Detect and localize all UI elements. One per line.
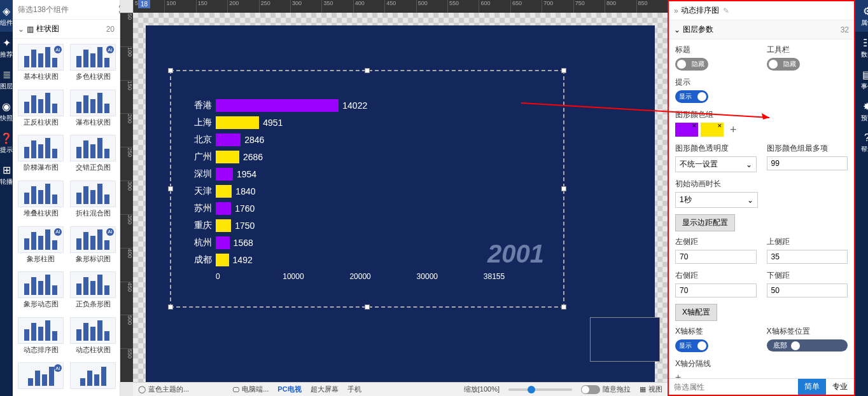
chevron-down-icon: ⌄ (747, 196, 753, 205)
selection-frame[interactable]: 香港14022上海4951北京2846广州2686深圳1954天津1840苏州1… (170, 70, 564, 308)
ruler-vertical: 50100150200250300350400450500550 (120, 13, 133, 382)
device-desktop[interactable]: 🖵电脑端... (232, 385, 269, 394)
component-item[interactable] (67, 360, 118, 393)
chart-bar-row: 天津1840 (184, 182, 550, 200)
component-search: ⛶ (13, 0, 120, 20)
component-item[interactable]: 阶梯瀑布图 (15, 132, 66, 177)
slider-thumb[interactable] (528, 386, 535, 393)
color-swatch-1[interactable]: ✕ (675, 123, 698, 137)
left-nav: ◈组件 ✦推荐 ≣图层 ◉快照 ❓提示 ⊞轮播 (0, 0, 13, 396)
xlabel-pos-toggle[interactable]: 底部 (767, 339, 848, 352)
resize-handle-ml[interactable] (168, 186, 173, 191)
minimap[interactable] (590, 317, 660, 362)
properties-footer: 简单 专业 (669, 378, 854, 395)
chart-category-label: 香港 (184, 100, 216, 111)
chart-bar (216, 151, 239, 163)
component-item[interactable]: AI (15, 360, 66, 393)
nav-alert[interactable]: ✸预警 (855, 95, 868, 127)
component-item[interactable]: 动态排序图 (15, 315, 66, 359)
component-item[interactable]: 动态柱状图 (67, 315, 118, 359)
resize-handle-bm[interactable] (365, 304, 370, 310)
add-split-button[interactable]: + (675, 372, 848, 378)
component-item[interactable]: 瀑布柱状图 (67, 87, 118, 132)
xaxis-config-button[interactable]: X轴配置 (675, 304, 717, 321)
nav-snapshot[interactable]: ◉快照 (0, 95, 13, 127)
theme-button[interactable]: ◯蓝色主题的... (138, 385, 189, 394)
maxitems-input[interactable] (767, 156, 848, 170)
resize-handle-tr[interactable] (561, 68, 566, 73)
resize-handle-bl[interactable] (168, 304, 173, 310)
section-header[interactable]: ⌄ 图层参数 32 (669, 20, 854, 39)
xlabel-toggle[interactable]: 显示 (675, 339, 708, 352)
chart-value-label: 1568 (234, 238, 253, 248)
component-item[interactable]: 象形动态图 (15, 269, 66, 313)
event-icon: ▤ (862, 69, 868, 81)
component-label: 基本柱状图 (24, 72, 59, 81)
chart-value-label: 14022 (342, 100, 367, 111)
component-item[interactable]: 交错正负图 (67, 132, 118, 177)
add-swatch-button[interactable]: + (726, 123, 741, 137)
left-margin-input[interactable] (675, 250, 757, 264)
bottom-margin-input[interactable] (767, 283, 848, 297)
pro-tab[interactable]: 专业 (826, 379, 854, 395)
collapse-right-icon[interactable]: » (674, 6, 678, 15)
toolbar-toggle[interactable]: 隐藏 (767, 58, 800, 71)
margin-config-button[interactable]: 显示边距配置 (675, 214, 735, 231)
resize-handle-br[interactable] (561, 304, 566, 310)
component-item[interactable]: 正负条形图 (67, 269, 118, 313)
component-item[interactable]: AI象形标识图 (67, 224, 118, 268)
opacity-select[interactable]: 不统一设置⌄ (675, 156, 757, 172)
chart-bar (216, 254, 229, 266)
chart-value-label: 2686 (243, 152, 263, 162)
zoom-slider[interactable] (508, 388, 572, 391)
top-margin-input[interactable] (767, 250, 848, 264)
component-item[interactable]: 堆叠柱状图 (15, 178, 66, 222)
chart-bar-row: 深圳1954 (184, 165, 550, 182)
nav-recommend[interactable]: ✦推荐 (0, 32, 13, 64)
device-pctv[interactable]: PC电视 (277, 385, 301, 394)
chart-value-label: 1840 (235, 186, 255, 196)
nav-tip[interactable]: ❓提示 (0, 127, 13, 159)
edit-icon[interactable]: ✎ (723, 6, 729, 15)
random-drag-toggle[interactable]: 随意拖拉 (581, 385, 631, 394)
component-item[interactable]: 折柱混合图 (67, 178, 118, 222)
nav-data[interactable]: ☷数据 (855, 32, 868, 64)
chart-bar (216, 116, 259, 129)
device-mobile[interactable]: 手机 (347, 385, 361, 394)
title-toggle[interactable]: 隐藏 (675, 58, 708, 71)
nav-components[interactable]: ◈组件 (0, 0, 13, 32)
canvas-page[interactable]: 香港14022上海4951北京2846广州2686深圳1954天津1840苏州1… (146, 25, 655, 382)
resize-handle-tl[interactable] (168, 68, 173, 73)
component-label: 象形柱图 (27, 254, 55, 264)
view-button[interactable]: ▦视图 (640, 385, 662, 394)
filter-props-input[interactable] (669, 379, 798, 395)
canvas-viewport[interactable]: 香港14022上海4951北京2846广州2686深圳1954天津1840苏州1… (133, 13, 668, 382)
tip-label: 提示 (675, 77, 848, 88)
toolbar-label: 工具栏 (767, 44, 848, 55)
chart-value-label: 1760 (235, 203, 255, 214)
title-label: 标题 (675, 44, 757, 55)
nav-events[interactable]: ▤事件 (855, 64, 868, 95)
nav-props[interactable]: ⚙属性 (855, 0, 868, 32)
component-item[interactable]: AI多色柱状图 (67, 41, 118, 86)
tip-toggle[interactable]: 显示 (675, 90, 708, 103)
search-input[interactable] (15, 3, 116, 17)
remove-swatch-icon[interactable]: ✕ (692, 123, 697, 129)
component-item[interactable]: AI象形柱图 (15, 224, 66, 268)
component-item[interactable]: 正反柱状图 (15, 87, 66, 132)
nav-layers[interactable]: ≣图层 (0, 64, 13, 95)
color-swatch-2[interactable]: ✕ (701, 123, 724, 137)
xsplit-label: X轴分隔线 (675, 358, 848, 369)
nav-help[interactable]: ?帮助 (855, 127, 868, 159)
device-bigscreen[interactable]: 超大屏幕 (311, 385, 339, 394)
component-item[interactable]: AI基本柱状图 (15, 41, 66, 86)
anim-select[interactable]: 1秒⌄ (675, 192, 758, 208)
top-margin-label: 上侧距 (767, 236, 848, 247)
right-margin-input[interactable] (675, 283, 757, 297)
remove-swatch-icon[interactable]: ✕ (717, 123, 722, 129)
nav-carousel[interactable]: ⊞轮播 (0, 159, 13, 191)
component-category-header[interactable]: ⌄ ▥ 柱状图 20 (13, 20, 120, 39)
resize-handle-tm[interactable] (365, 68, 370, 73)
simple-tab[interactable]: 简单 (798, 379, 826, 395)
resize-handle-mr[interactable] (561, 186, 566, 191)
